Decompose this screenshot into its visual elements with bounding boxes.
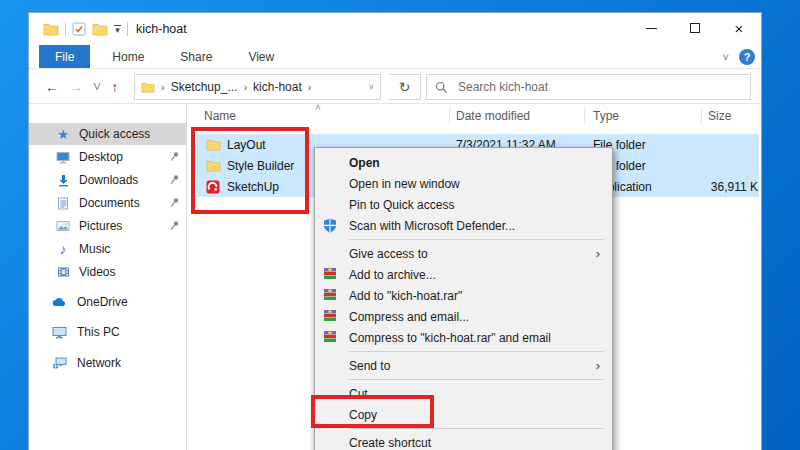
search-icon <box>435 81 448 94</box>
explorer-window: ▾ kich-hoat × File Home Share View ˅ ? <box>28 12 762 450</box>
title-bar: ▾ kich-hoat × <box>29 13 761 45</box>
sidebar-item-downloads[interactable]: Downloads <box>29 169 186 191</box>
breadcrumb-segment[interactable]: Sketchup_... <box>171 80 238 94</box>
winrar-icon <box>322 330 338 343</box>
navigation-pane: ★ Quick access Desktop Downloads <box>29 104 187 450</box>
submenu-arrow-icon: › <box>596 358 600 373</box>
address-row: ← → ˅ ↑ › Sketchup_... › kich-hoat › ˅ ↻ <box>29 70 761 104</box>
close-button[interactable]: × <box>717 13 761 43</box>
minimize-button[interactable] <box>629 13 673 43</box>
tab-file[interactable]: File <box>39 45 90 68</box>
app-folder-icon <box>43 22 59 36</box>
sidebar-item-pictures[interactable]: Pictures <box>29 215 186 237</box>
cloud-icon <box>51 297 67 307</box>
sidebar-item-onedrive[interactable]: OneDrive <box>29 291 186 313</box>
quick-access-star-icon: ★ <box>55 128 71 141</box>
breadcrumb-separator[interactable]: › <box>308 81 312 93</box>
menu-item-open-in-new-window[interactable]: Open in new window <box>317 173 610 194</box>
sidebar-item-network[interactable]: Network <box>29 352 186 374</box>
menu-item-scan-with-defender[interactable]: Scan with Microsoft Defender... <box>317 215 610 236</box>
tab-share[interactable]: Share <box>166 45 226 68</box>
column-header-size[interactable]: Size <box>708 109 731 133</box>
menu-item-pin-to-quick-access[interactable]: Pin to Quick access <box>317 194 610 215</box>
help-icon[interactable]: ? <box>739 49 755 65</box>
forward-icon: → <box>69 80 83 94</box>
menu-item-compress-to-kich-hoat-rar-and-email[interactable]: Compress to "kich-hoat.rar" and email <box>317 327 610 348</box>
maximize-button[interactable] <box>673 13 717 43</box>
pictures-icon <box>55 220 71 232</box>
sidebar-item-quick-access[interactable]: ★ Quick access <box>29 123 186 145</box>
refresh-button[interactable]: ↻ <box>389 74 421 100</box>
tab-home[interactable]: Home <box>98 45 158 68</box>
pin-icon <box>169 174 180 185</box>
pin-icon <box>169 220 180 231</box>
defender-shield-icon <box>322 218 338 233</box>
up-icon[interactable]: ↑ <box>111 80 118 94</box>
annotation-box-selected-files <box>191 127 309 214</box>
menu-item-give-access-to[interactable]: Give access to › <box>317 243 610 264</box>
sort-ascending-icon: ˄ <box>315 102 321 113</box>
address-bar[interactable]: › Sketchup_... › kich-hoat › ˅ <box>134 74 381 100</box>
column-header-date-modified[interactable]: Date modified <box>456 109 530 133</box>
refresh-icon: ↻ <box>399 79 411 95</box>
breadcrumb-segment[interactable]: kich-hoat <box>253 80 302 94</box>
winrar-icon <box>322 309 338 322</box>
search-input[interactable] <box>456 79 742 95</box>
sidebar-item-music[interactable]: ♪ Music <box>29 238 186 260</box>
ribbon-tab-row: File Home Share View <box>29 45 761 69</box>
desktop-background: ▾ kich-hoat × File Home Share View ˅ ? <box>0 0 800 450</box>
downloads-icon <box>55 174 71 187</box>
properties-icon[interactable] <box>72 22 86 36</box>
menu-separator <box>349 379 604 380</box>
navigation-buttons: ← → ˅ ↑ <box>29 80 133 94</box>
winrar-icon <box>322 267 338 280</box>
column-divider[interactable] <box>701 106 702 124</box>
menu-item-add-to-archive[interactable]: Add to archive... <box>317 264 610 285</box>
sidebar-item-this-pc[interactable]: This PC <box>29 321 186 343</box>
menu-item-create-shortcut[interactable]: Create shortcut <box>317 432 610 450</box>
new-folder-icon[interactable] <box>92 22 108 36</box>
menu-separator <box>349 351 604 352</box>
computer-icon <box>51 326 67 339</box>
menu-item-send-to[interactable]: Send to › <box>317 355 610 376</box>
menu-separator <box>349 428 604 429</box>
sidebar-item-videos[interactable]: Videos <box>29 261 186 283</box>
menu-item-compress-and-email[interactable]: Compress and email... <box>317 306 610 327</box>
menu-separator <box>349 239 604 240</box>
address-dropdown-chevron-icon[interactable]: ˅ <box>369 82 374 92</box>
column-header-type[interactable]: Type <box>593 109 619 133</box>
menu-item-open[interactable]: Open <box>317 152 610 173</box>
recent-locations-chevron-icon[interactable]: ˅ <box>93 80 101 94</box>
expand-ribbon-chevron-icon[interactable]: ˅ <box>723 51 729 63</box>
address-folder-icon <box>141 81 155 93</box>
breadcrumb-separator[interactable]: › <box>243 81 247 93</box>
back-icon[interactable]: ← <box>45 80 59 94</box>
menu-item-add-to-kich-hoat-rar[interactable]: Add to "kich-hoat.rar" <box>317 285 610 306</box>
desktop-icon <box>55 151 71 164</box>
music-note-icon: ♪ <box>55 242 71 256</box>
sidebar-item-desktop[interactable]: Desktop <box>29 146 186 168</box>
tab-view[interactable]: View <box>234 45 288 68</box>
film-icon <box>55 266 71 278</box>
column-divider[interactable] <box>449 106 450 124</box>
submenu-arrow-icon: › <box>596 246 600 261</box>
search-box[interactable] <box>426 74 751 100</box>
separator <box>127 22 128 36</box>
separator <box>65 22 66 36</box>
network-icon <box>51 357 67 369</box>
pin-icon <box>169 197 180 208</box>
sidebar-item-documents[interactable]: Documents <box>29 192 186 214</box>
window-title: kich-hoat <box>136 22 187 36</box>
caption-buttons: × <box>629 13 761 43</box>
annotation-box-copy <box>311 395 434 428</box>
breadcrumb-separator: › <box>161 81 165 93</box>
qat-customize-icon[interactable]: ▾ <box>114 25 121 33</box>
winrar-icon <box>322 288 338 301</box>
pin-icon <box>169 151 180 162</box>
quick-access-toolbar: ▾ <box>29 22 128 36</box>
documents-icon <box>55 197 71 210</box>
column-divider[interactable] <box>584 106 585 124</box>
